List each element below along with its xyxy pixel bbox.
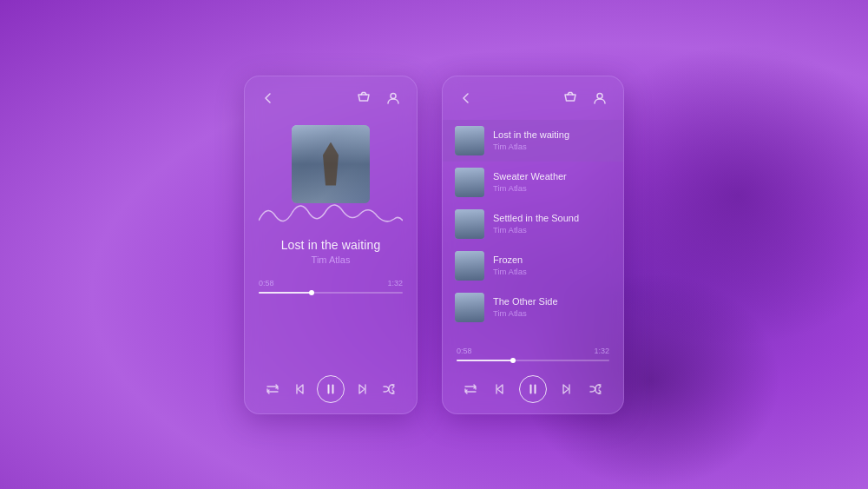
album-area	[259, 116, 403, 229]
track-artist: Tim Atlas	[493, 225, 611, 235]
playlist-repeat-button[interactable]	[460, 379, 481, 400]
track-thumbnail	[455, 126, 484, 155]
track-thumbnail	[455, 168, 484, 197]
track-title: Settled in the Sound	[493, 213, 611, 223]
track-text: The Other Side Tim Atlas	[493, 296, 611, 318]
track-artist: Tim Atlas	[493, 267, 611, 276]
previous-button[interactable]	[290, 379, 311, 400]
thumbnail-image	[455, 251, 484, 281]
playlist-header-right	[561, 89, 609, 108]
playlist-header-left	[457, 89, 476, 108]
svg-point-0	[391, 93, 396, 98]
playlist-card: Lost in the waiting Tim Atlas Sweater We…	[442, 76, 624, 414]
track-artist: Tim Atlas	[259, 254, 403, 265]
track-title: Lost in the waiting	[259, 238, 403, 252]
track-artist: Tim Atlas	[493, 308, 611, 318]
track-info: Lost in the waiting Tim Atlas	[245, 229, 417, 270]
basket-icon[interactable]	[354, 89, 373, 108]
playlist-previous-button[interactable]	[490, 379, 510, 400]
playlist-progress-fill	[457, 360, 513, 361]
progress-dot	[309, 290, 314, 295]
track-text: Frozen Tim Atlas	[493, 254, 611, 276]
track-thumbnail	[455, 293, 484, 322]
track-text: Sweater Weather Tim Atlas	[493, 171, 611, 193]
playlist-progress-bar[interactable]	[457, 360, 609, 361]
track-text: Settled in the Sound Tim Atlas	[493, 213, 611, 235]
player-header	[245, 76, 417, 116]
playlist-controls	[443, 365, 623, 413]
svg-point-5	[597, 93, 602, 98]
track-artist: Tim Atlas	[493, 142, 611, 151]
thumbnail-image	[455, 168, 484, 197]
playlist-items: Lost in the waiting Tim Atlas Sweater We…	[443, 116, 623, 338]
playlist-progress-dot	[510, 358, 516, 363]
pause-button[interactable]	[317, 375, 345, 403]
playlist-header	[443, 76, 623, 116]
progress-fill	[259, 292, 312, 294]
playlist-pause-button[interactable]	[519, 375, 547, 403]
playlist-shuffle-button[interactable]	[585, 379, 606, 400]
track-title: The Other Side	[493, 296, 611, 307]
back-button[interactable]	[259, 89, 278, 108]
track-title: Lost in the waiting	[493, 129, 611, 140]
playlist-profile-icon[interactable]	[590, 89, 609, 108]
track-title: Frozen	[493, 254, 611, 265]
progress-area: 0:58 1:32	[245, 270, 417, 297]
list-item[interactable]: Sweater Weather Tim Atlas	[443, 162, 623, 203]
playlist-back-button[interactable]	[457, 89, 476, 108]
track-thumbnail	[455, 251, 484, 281]
playlist-total-time: 1:32	[594, 347, 609, 355]
playlist-current-time: 0:58	[457, 347, 472, 355]
track-text: Lost in the waiting Tim Atlas	[493, 129, 611, 151]
list-item[interactable]: Lost in the waiting Tim Atlas	[443, 120, 623, 162]
playlist-time-labels: 0:58 1:32	[457, 347, 609, 355]
header-left	[259, 89, 278, 108]
track-artist: Tim Atlas	[493, 183, 611, 193]
main-content: Lost in the waiting Tim Atlas 0:58 1:32	[0, 0, 868, 489]
header-right	[354, 89, 403, 108]
progress-bar[interactable]	[259, 292, 403, 294]
thumbnail-image	[455, 126, 484, 155]
current-time: 0:58	[259, 279, 274, 287]
total-time: 1:32	[387, 279, 403, 287]
repeat-button[interactable]	[262, 379, 283, 400]
next-button[interactable]	[352, 379, 372, 400]
shuffle-button[interactable]	[378, 379, 399, 400]
player-card: Lost in the waiting Tim Atlas 0:58 1:32	[244, 76, 418, 414]
playlist-next-button[interactable]	[556, 379, 576, 400]
time-labels: 0:58 1:32	[259, 279, 403, 287]
thumbnail-image	[455, 293, 484, 322]
list-item[interactable]: Settled in the Sound Tim Atlas	[443, 203, 623, 245]
track-thumbnail	[455, 209, 484, 239]
player-controls	[245, 365, 417, 413]
waveform	[259, 195, 403, 229]
album-art	[292, 125, 370, 203]
profile-icon[interactable]	[384, 89, 403, 108]
playlist-progress-area: 0:58 1:32	[443, 338, 623, 365]
list-item[interactable]: Frozen Tim Atlas	[443, 245, 623, 287]
list-item[interactable]: The Other Side Tim Atlas	[443, 287, 623, 328]
playlist-basket-icon[interactable]	[561, 89, 580, 108]
thumbnail-image	[455, 209, 484, 239]
album-art-image	[292, 125, 370, 203]
track-title: Sweater Weather	[493, 171, 611, 182]
